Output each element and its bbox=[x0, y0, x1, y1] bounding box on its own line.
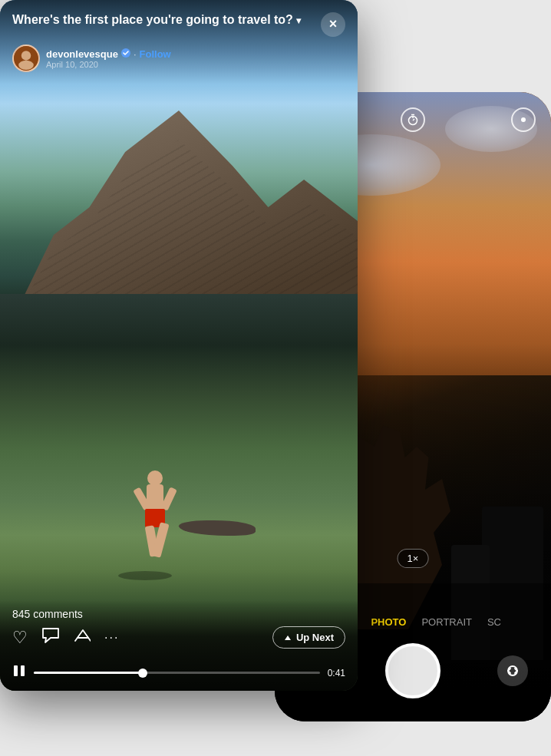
user-meta: devonlevesque · Follow April 10, 2020 bbox=[46, 48, 171, 69]
comments-count: 845 comments bbox=[12, 608, 345, 620]
camera-mode-sc[interactable]: SC bbox=[487, 616, 501, 628]
progress-fill bbox=[34, 672, 143, 674]
playback-bar: 0:41 bbox=[12, 658, 345, 691]
up-next-label: Up Next bbox=[296, 632, 334, 643]
svg-rect-13 bbox=[14, 665, 18, 676]
instagram-card: Where's the first place you're going to … bbox=[0, 0, 358, 691]
verified-icon bbox=[121, 48, 130, 60]
svg-point-10 bbox=[21, 51, 31, 60]
dot-separator: · bbox=[134, 48, 137, 60]
camera-mode-portrait[interactable]: PORTRAIT bbox=[421, 616, 472, 628]
camera-live-icon[interactable] bbox=[511, 107, 536, 132]
username: devonlevesque bbox=[46, 48, 118, 60]
rocks bbox=[179, 520, 256, 536]
lake bbox=[0, 294, 358, 346]
comment-button[interactable] bbox=[41, 627, 60, 648]
title-dropdown-icon[interactable]: ▾ bbox=[296, 15, 301, 26]
post-date: April 10, 2020 bbox=[46, 60, 171, 69]
post-title-row: Where's the first place you're going to … bbox=[12, 12, 345, 37]
post-user-info: devonlevesque · Follow April 10, 2020 bbox=[12, 45, 345, 72]
svg-point-11 bbox=[18, 61, 34, 70]
progress-track[interactable] bbox=[34, 672, 320, 674]
share-button[interactable] bbox=[74, 627, 91, 648]
person-body bbox=[147, 484, 163, 511]
time-display: 0:41 bbox=[328, 668, 345, 678]
camera-mode-photo[interactable]: PHOTO bbox=[371, 616, 406, 628]
svg-line-7 bbox=[413, 119, 414, 120]
play-pause-button[interactable] bbox=[12, 664, 26, 682]
post-title-text: Where's the first place you're going to … bbox=[12, 13, 293, 26]
flip-camera-button[interactable] bbox=[497, 655, 528, 686]
action-icons-left: ♡ ··· bbox=[12, 627, 119, 648]
person-shadow bbox=[118, 571, 172, 580]
post-video bbox=[0, 0, 358, 691]
post-title: Where's the first place you're going to … bbox=[12, 12, 313, 28]
zoom-indicator[interactable]: 1× bbox=[398, 549, 429, 568]
camera-timer-icon[interactable] bbox=[401, 107, 425, 132]
avatar bbox=[12, 45, 40, 72]
shutter-button[interactable] bbox=[385, 643, 440, 698]
post-header: Where's the first place you're going to … bbox=[0, 0, 358, 84]
progress-thumb bbox=[138, 669, 147, 678]
more-options-button[interactable]: ··· bbox=[104, 631, 119, 645]
action-bar: ♡ ··· Up Next bbox=[12, 626, 345, 649]
svg-rect-14 bbox=[21, 665, 25, 676]
username-row: devonlevesque · Follow bbox=[46, 48, 171, 60]
up-next-button[interactable]: Up Next bbox=[272, 626, 345, 649]
follow-button[interactable]: Follow bbox=[140, 48, 171, 60]
post-bottom-controls: 845 comments ♡ ··· bbox=[0, 600, 358, 691]
person-figure bbox=[136, 470, 174, 570]
close-button[interactable]: × bbox=[321, 12, 345, 37]
svg-point-8 bbox=[521, 117, 526, 122]
like-button[interactable]: ♡ bbox=[12, 628, 28, 648]
